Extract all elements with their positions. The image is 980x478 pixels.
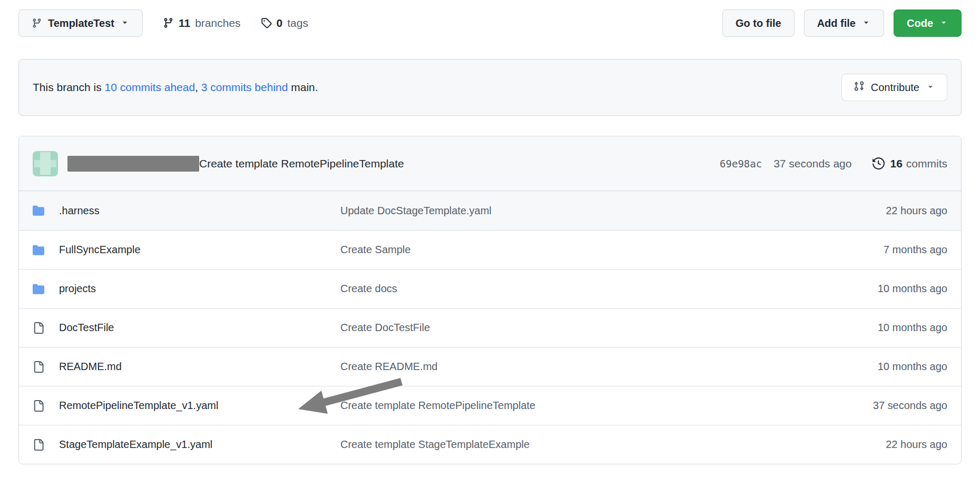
tags-count: 0 xyxy=(277,17,283,29)
file-icon xyxy=(33,400,59,412)
table-row: RemotePipelineTemplate_v1.yaml Create te… xyxy=(19,386,961,425)
commit-time: 37 seconds ago xyxy=(773,157,851,170)
table-row: StageTemplateExample_v1.yaml Create temp… xyxy=(19,425,961,464)
history-clock-icon xyxy=(873,157,890,170)
git-branch-icon xyxy=(32,18,42,28)
branch-status-suffix: main. xyxy=(288,81,318,93)
branch-selector-button[interactable]: TemplateTest xyxy=(18,9,143,37)
commit-age: 37 seconds ago xyxy=(826,400,947,412)
repo-toolbar: TemplateTest 11 branches 0 tags Go to fi… xyxy=(18,9,962,37)
folder-icon xyxy=(33,205,59,216)
commit-message-link[interactable]: Update DocStageTemplate.yaml xyxy=(340,205,492,216)
commit-message-link[interactable]: Create README.md xyxy=(340,361,438,372)
go-to-file-button[interactable]: Go to file xyxy=(722,9,795,37)
branches-count: 11 xyxy=(179,17,190,29)
file-name-link[interactable]: RemotePipelineTemplate_v1.yaml xyxy=(59,400,218,411)
branches-label: branches xyxy=(195,17,240,29)
chevron-down-icon xyxy=(939,17,948,29)
tags-link[interactable]: 0 tags xyxy=(261,17,308,29)
branches-link[interactable]: 11 branches xyxy=(163,17,241,29)
commit-history-link[interactable]: 16 commits xyxy=(873,157,947,170)
git-branch-icon xyxy=(163,17,174,29)
commit-age: 10 months ago xyxy=(826,322,947,334)
file-icon xyxy=(33,439,59,451)
commit-message-link[interactable]: Create DocTestFile xyxy=(340,322,430,333)
code-label: Code xyxy=(907,17,933,29)
branch-selector-label: TemplateTest xyxy=(48,17,114,29)
folder-icon xyxy=(33,283,59,295)
branch-status-banner: This branch is 10 commits ahead, 3 commi… xyxy=(18,59,962,116)
add-file-button[interactable]: Add file xyxy=(804,9,884,37)
commit-message-link[interactable]: Create template RemotePipelineTemplate xyxy=(340,400,535,411)
author-avatar[interactable] xyxy=(33,151,58,176)
branch-status-separator: , xyxy=(195,81,201,93)
table-row: FullSyncExample Create Sample 7 months a… xyxy=(19,230,961,269)
file-name-link[interactable]: .harness xyxy=(59,205,100,216)
git-compare-icon xyxy=(854,81,865,94)
commit-age: 22 hours ago xyxy=(826,439,947,451)
file-name-link[interactable]: DocTestFile xyxy=(59,322,114,333)
redacted-author-name xyxy=(67,156,199,172)
table-row: projects Create docs 10 months ago xyxy=(19,269,961,308)
chevron-down-icon xyxy=(861,17,871,29)
tags-label: tags xyxy=(287,17,308,29)
table-row: README.md Create README.md 10 months ago xyxy=(19,347,961,386)
file-browser: Create template RemotePipelineTemplate 6… xyxy=(18,136,962,464)
go-to-file-label: Go to file xyxy=(736,17,781,29)
code-button[interactable]: Code xyxy=(894,9,962,37)
file-icon xyxy=(33,322,59,334)
table-row: .harness Update DocStageTemplate.yaml 22… xyxy=(19,191,961,230)
commit-message-link[interactable]: Create Sample xyxy=(340,244,410,255)
commit-message-link[interactable]: Create docs xyxy=(340,283,397,294)
tag-icon xyxy=(261,17,272,29)
commit-age: 10 months ago xyxy=(826,283,947,295)
file-name-link[interactable]: projects xyxy=(59,283,96,294)
repo-page: TemplateTest 11 branches 0 tags Go to fi… xyxy=(18,9,962,464)
branch-status-prefix: This branch is xyxy=(33,81,105,93)
commit-age: 7 months ago xyxy=(826,244,947,256)
commit-hash-link[interactable]: 69e98ac xyxy=(720,158,762,170)
folder-icon xyxy=(33,244,59,256)
chevron-down-icon xyxy=(926,82,935,94)
latest-commit-bar: Create template RemotePipelineTemplate 6… xyxy=(19,136,961,191)
commit-age: 22 hours ago xyxy=(826,205,947,217)
commits-label: commits xyxy=(906,157,947,170)
commits-count: 16 xyxy=(890,157,902,170)
commits-behind-link[interactable]: 3 commits behind xyxy=(201,81,288,93)
commits-ahead-link[interactable]: 10 commits ahead xyxy=(105,81,195,93)
branch-status-text: This branch is 10 commits ahead, 3 commi… xyxy=(33,81,318,94)
table-row: DocTestFile Create DocTestFile 10 months… xyxy=(19,308,961,347)
contribute-label: Contribute xyxy=(871,82,919,94)
latest-commit-meta: 69e98ac 37 seconds ago 16 commits xyxy=(720,157,947,170)
file-name-link[interactable]: README.md xyxy=(59,361,122,372)
latest-commit-message[interactable]: Create template RemotePipelineTemplate xyxy=(199,157,404,170)
chevron-down-icon xyxy=(120,17,130,29)
commit-message-link[interactable]: Create template StageTemplateExample xyxy=(340,439,530,450)
file-icon xyxy=(33,361,59,373)
file-name-link[interactable]: FullSyncExample xyxy=(59,244,141,255)
file-name-link[interactable]: StageTemplateExample_v1.yaml xyxy=(59,439,212,450)
contribute-button[interactable]: Contribute xyxy=(841,74,947,101)
commit-age: 10 months ago xyxy=(826,361,947,373)
add-file-label: Add file xyxy=(817,17,856,29)
